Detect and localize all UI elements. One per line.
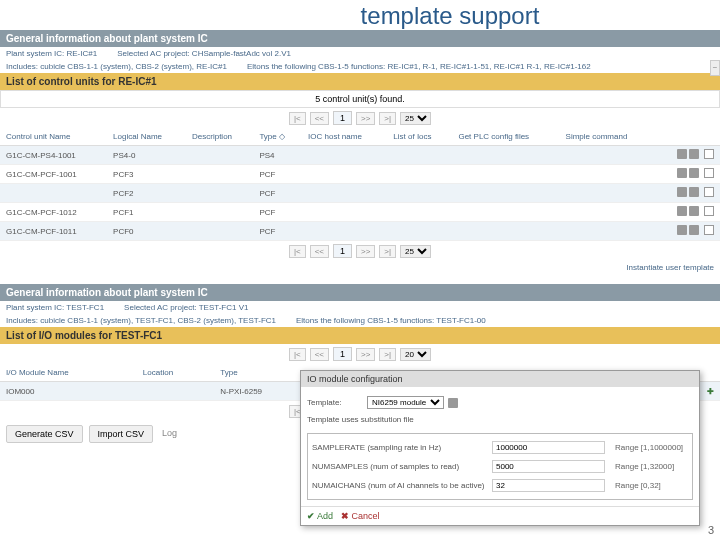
cu-name-cell: G1C-CM-PCF-1012 [0,203,107,222]
cu-logical-cell: PCF0 [107,222,186,241]
slide-number: 3 [708,524,714,536]
param-input[interactable] [492,460,605,473]
panel2-includes: Includes: cubicle CBS-1-1 (system), TEST… [6,316,276,325]
col-location[interactable]: Location [137,364,214,382]
panel1-header: General information about plant system I… [0,30,720,47]
row-action-icon[interactable] [677,149,687,159]
param-label: SAMPLERATE (sampling rate in Hz) [312,443,492,452]
pager-page: 1 [333,347,352,361]
col-iocs[interactable]: List of Iocs [387,128,452,146]
cu-type-cell: PS4 [253,146,302,165]
col-io-name[interactable]: I/O Module Name [0,364,137,382]
panel2-header: General information about plant system I… [0,284,720,301]
param-input[interactable] [492,479,605,492]
pager-prev-button[interactable]: << [310,348,329,361]
panel1-info-line2: Includes: cubicle CBS-1-1 (system), CBS-… [0,60,720,73]
log-link[interactable]: Log [159,425,180,443]
pager-first-button[interactable]: |< [289,112,306,125]
cu-type-cell: PCF [253,165,302,184]
param-range: Range [0,32] [605,481,688,490]
panel1-project: Selected AC project: CHSample-fastAdc vo… [117,49,291,58]
panel2-info-line1: Plant system IC: TEST-FC1 Selected AC pr… [0,301,720,314]
row-action-icon[interactable] [677,168,687,178]
pager-last-button[interactable]: >| [379,245,396,258]
template-label: Template: [307,398,367,407]
pager-prev-button[interactable]: << [310,112,329,125]
pager-last-button[interactable]: >| [379,348,396,361]
table-row: PCF2PCF [0,184,720,203]
panel2-project: Selected AC project: TEST-FC1 V1 [124,303,248,312]
cu-name-cell: G1C-CM-PS4-1001 [0,146,107,165]
pager-page: 1 [333,111,352,125]
panel1-count: 5 control unit(s) found. [0,90,720,108]
pager-size-select[interactable]: 25 [400,112,431,125]
pager-prev-button[interactable]: << [310,245,329,258]
collapse-button[interactable]: − [710,60,720,76]
pager-next-button[interactable]: >> [356,245,375,258]
cu-logical-cell: PS4-0 [107,146,186,165]
row-action-icon[interactable] [689,206,699,216]
pager-last-button[interactable]: >| [379,112,396,125]
pager-first-button[interactable]: |< [289,245,306,258]
col-desc[interactable]: Description [186,128,253,146]
pager-size-select[interactable]: 25 [400,245,431,258]
template-action-icon[interactable] [448,398,458,408]
row-action-icon[interactable] [689,168,699,178]
cu-logical-cell: PCF2 [107,184,186,203]
table-row: G1C-CM-PS4-1001PS4-0PS4 [0,146,720,165]
row-action-icon[interactable] [689,225,699,235]
panel2-list-header: List of I/O modules for TEST-FC1 [0,327,720,344]
panel2-info-line2: Includes: cubicle CBS-1-1 (system), TEST… [0,314,720,327]
row-checkbox[interactable] [704,206,714,216]
import-csv-button[interactable]: Import CSV [89,425,154,443]
row-checkbox[interactable] [704,149,714,159]
col-io-type[interactable]: Type [214,364,313,382]
control-units-table: Control unit Name Logical Name Descripti… [0,128,720,241]
cu-logical-cell: PCF1 [107,203,186,222]
pager-next-button[interactable]: >> [356,112,375,125]
col-type[interactable]: Type ◇ [253,128,302,146]
row-checkbox[interactable] [704,187,714,197]
row-action-icon[interactable] [677,225,687,235]
io-name-cell: IOM000 [0,382,137,401]
panel1-pager-bottom: |< << 1 >> >| 25 [0,241,720,261]
col-cmd[interactable]: Simple command [560,128,656,146]
panel1-info-line1: Plant system IC: RE-IC#1 Selected AC pro… [0,47,720,60]
col-name[interactable]: Control unit Name [0,128,107,146]
pager-first-button[interactable]: |< [289,348,306,361]
cancel-button[interactable]: ✖ Cancel [341,511,380,521]
param-range: Range [1,32000] [605,462,688,471]
dialog-header: IO module configuration [301,371,699,387]
generate-csv-button[interactable]: Generate CSV [6,425,83,443]
io-type-cell: N-PXI-6259 [214,382,313,401]
col-logical[interactable]: Logical Name [107,128,186,146]
panel1-includes: Includes: cubicle CBS-1-1 (system), CBS-… [6,62,227,71]
panel2-plant-system: Plant system IC: TEST-FC1 [6,303,104,312]
configure-add-icon[interactable]: ✚ [707,387,714,396]
row-action-icon[interactable] [677,206,687,216]
cu-type-cell: PCF [253,203,302,222]
col-host[interactable]: IOC host name [302,128,387,146]
table-row: G1C-CM-PCF-1001PCF3PCF [0,165,720,184]
panel1-list-header: List of control units for RE-IC#1 [0,73,720,90]
param-input[interactable] [492,441,605,454]
col-plc[interactable]: Get PLC config files [452,128,559,146]
param-label: NUMSAMPLES (num of samples to read) [312,462,492,471]
pager-size-select[interactable]: 20 [400,348,431,361]
row-action-icon[interactable] [677,187,687,197]
row-action-icon[interactable] [689,149,699,159]
cu-type-cell: PCF [253,222,302,241]
cu-logical-cell: PCF3 [107,165,186,184]
substitution-label: Template uses substitution file [307,415,487,424]
cu-name-cell: G1C-CM-PCF-1001 [0,165,107,184]
row-action-icon[interactable] [689,187,699,197]
param-label: NUMAICHANS (num of AI channels to be act… [312,481,492,490]
instantiate-link[interactable]: Instantiate user template [0,261,720,274]
panel1-pager-top: |< << 1 >> >| 25 [0,108,720,128]
pager-next-button[interactable]: >> [356,348,375,361]
add-button[interactable]: ✔ Add [307,511,333,521]
template-select[interactable]: NI6259 module [367,396,444,409]
row-checkbox[interactable] [704,168,714,178]
row-checkbox[interactable] [704,225,714,235]
table-row: G1C-CM-PCF-1012PCF1PCF [0,203,720,222]
